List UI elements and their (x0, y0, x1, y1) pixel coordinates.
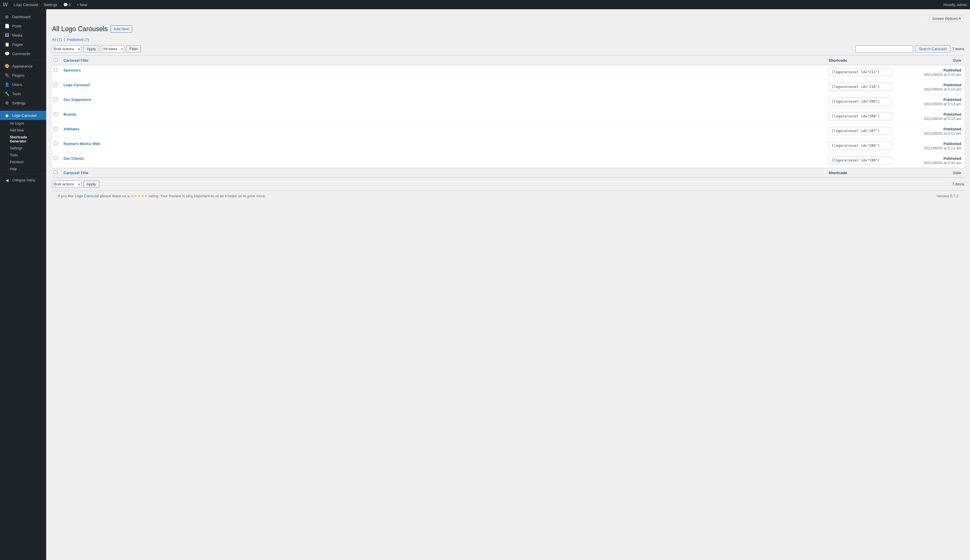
logo-carousel-icon: ◉ (4, 113, 10, 118)
dates-filter-select[interactable]: All dates (101, 45, 125, 52)
collapse-icon: ◀ (4, 178, 10, 183)
carousel-title-link[interactable]: Our Supporters (64, 97, 91, 102)
shortcode-value: [logocarousel id="208"] (828, 112, 892, 120)
add-new-button[interactable]: Add New (110, 25, 132, 33)
sidebar-item-pages[interactable]: 📋 Pages (0, 40, 46, 49)
sidebar-item-posts[interactable]: 📄 Posts (0, 21, 46, 30)
bulk-actions-bottom-select[interactable]: Bulk actions (52, 180, 82, 188)
row-checkbox[interactable] (54, 127, 57, 131)
footer-plugin-link[interactable]: Logo Carousel (75, 194, 99, 198)
sidebar-item-comments[interactable]: 💬 Comments (0, 49, 46, 58)
footer-date-link[interactable]: Date (953, 171, 962, 175)
screen-options-button[interactable]: Screen Options ▾ (929, 15, 964, 22)
bulk-actions-top-select[interactable]: Bulk actions (52, 45, 82, 52)
row-shortcode-cell: [logocarousel id="209"] (826, 95, 912, 109)
row-shortcode-cell: [logocarousel id="211"] (826, 65, 912, 80)
header-title-link[interactable]: Carousel Title (64, 58, 89, 63)
date-value: 2021/06/03 at 5:12 am (924, 117, 962, 121)
adminbar-howdy: Howdy, admin (944, 3, 967, 7)
collapse-menu-button[interactable]: ◀ Collapse menu (0, 176, 46, 185)
select-all-bottom-checkbox[interactable] (54, 170, 57, 174)
carousel-title-link[interactable]: Sponsors (64, 68, 81, 72)
dates-filter-wrap: All dates (101, 45, 125, 52)
carousel-title-link[interactable]: Brands (64, 112, 77, 117)
submenu-help[interactable]: Help (0, 165, 46, 172)
header-date-link[interactable]: Date (953, 58, 962, 63)
date-status: Published (943, 142, 962, 146)
submenu-premium[interactable]: Premium (0, 158, 46, 165)
sidebar-item-users[interactable]: 👤 Users (0, 80, 46, 89)
carousel-title-link[interactable]: Our Clients (64, 156, 84, 161)
users-icon: 👤 (4, 82, 10, 87)
carousel-title-link[interactable]: Affiliates (64, 127, 79, 131)
date-value: 2021/06/03 at 5:11 am (924, 146, 962, 150)
sidebar-item-appearance[interactable]: 🎨 Appearance (0, 62, 46, 71)
select-all-top-checkbox[interactable] (54, 58, 57, 62)
row-checkbox[interactable] (54, 68, 57, 72)
shortcode-value: [logocarousel id="199"] (828, 156, 892, 164)
date-status: Published (943, 156, 962, 161)
menu-separator-3 (0, 174, 46, 174)
footer-title-col: Carousel Title (61, 168, 826, 178)
sidebar-item-label: Pages (12, 42, 23, 47)
apply-bottom-button[interactable]: Apply (84, 180, 99, 188)
row-checkbox-cell (52, 65, 61, 80)
row-checkbox[interactable] (54, 112, 57, 116)
row-date-cell: Published 2021/06/02 at 5:42 am (912, 153, 964, 168)
filter-all-link[interactable]: All (7) (52, 37, 62, 42)
shortcode-value: [logocarousel id="209"] (828, 97, 892, 105)
row-checkbox[interactable] (54, 97, 57, 101)
sidebar-item-plugins[interactable]: 🔌 Plugins (0, 71, 46, 80)
bulk-actions-bottom-wrap: Bulk actions (52, 180, 82, 188)
row-date-cell: Published 2021/06/03 at 5:13 am (912, 95, 964, 109)
sidebar-item-logo-carousel[interactable]: ◉ Logo Carousel (0, 111, 46, 120)
row-checkbox-cell (52, 153, 61, 168)
filter-published-link[interactable]: Published (7) (67, 37, 89, 42)
header-checkbox-col (52, 56, 61, 65)
table-body: Sponsors [logocarousel id="211"] Publish… (52, 65, 964, 168)
sidebar-item-label: Plugins (12, 73, 25, 78)
table-row: Our Clients [logocarousel id="199"] Publ… (52, 153, 964, 168)
shortcode-value: [logocarousel id="206"] (828, 142, 892, 150)
plugins-icon: 🔌 (4, 73, 10, 78)
apply-top-button[interactable]: Apply (84, 45, 99, 52)
sidebar-item-dashboard[interactable]: ⊞ Dashboard (0, 12, 46, 21)
date-value: 2021/06/03 at 5:14 am (924, 87, 962, 92)
footer-text: If you like Logo Carousel please leave u… (58, 194, 266, 198)
adminbar-comments[interactable]: 💬 0 (60, 0, 74, 9)
footer-title-link[interactable]: Carousel Title (64, 171, 89, 175)
sidebar-item-media[interactable]: 🖼 Media (0, 30, 46, 40)
filter-button[interactable]: Filter (126, 45, 141, 52)
adminbar-new[interactable]: + New (74, 0, 90, 9)
shortcode-value: [logocarousel id="210"] (828, 83, 892, 91)
sidebar-item-settings[interactable]: ⚙ Settings (0, 98, 46, 108)
row-checkbox[interactable] (54, 156, 57, 160)
row-checkbox[interactable] (54, 83, 57, 87)
row-checkbox[interactable] (54, 142, 57, 145)
row-title-cell: Brands (61, 109, 826, 124)
table-row: Sponsors [logocarousel id="211"] Publish… (52, 65, 964, 80)
footer-stars: ★★★★★ (130, 194, 148, 198)
date-status: Published (943, 127, 962, 131)
wp-logo[interactable]: W (3, 2, 8, 8)
sidebar-item-tools[interactable]: 🔧 Tools (0, 89, 46, 98)
search-input[interactable] (855, 45, 913, 52)
row-shortcode-cell: [logocarousel id="207"] (826, 124, 912, 139)
submenu-settings[interactable]: Settings (0, 145, 46, 152)
row-shortcode-cell: [logocarousel id="210"] (826, 80, 912, 95)
carousel-title-link[interactable]: Partners Works With (64, 142, 100, 146)
date-status: Published (943, 83, 962, 87)
submenu-add-new[interactable]: Add New (0, 127, 46, 134)
items-count-top: 7 items (952, 47, 964, 51)
submenu-tools[interactable]: Tools (0, 152, 46, 158)
footer-version: Version 5.7.2 (937, 194, 958, 198)
adminbar-settings[interactable]: Settings (41, 0, 60, 9)
submenu-shortcode-generator[interactable]: Shortcode Generator (0, 134, 46, 145)
row-checkbox-cell (52, 109, 61, 124)
date-value: 2021/06/03 at 5:15 am (924, 72, 962, 77)
submenu-all-logos[interactable]: All Logos (0, 120, 46, 127)
carousel-title-link[interactable]: Logo Carousel (64, 83, 90, 87)
row-shortcode-cell: [logocarousel id="199"] (826, 153, 912, 168)
search-carousel-button[interactable]: Search Carousel (915, 45, 950, 52)
adminbar-site-name[interactable]: Logo Carousel (11, 0, 41, 9)
